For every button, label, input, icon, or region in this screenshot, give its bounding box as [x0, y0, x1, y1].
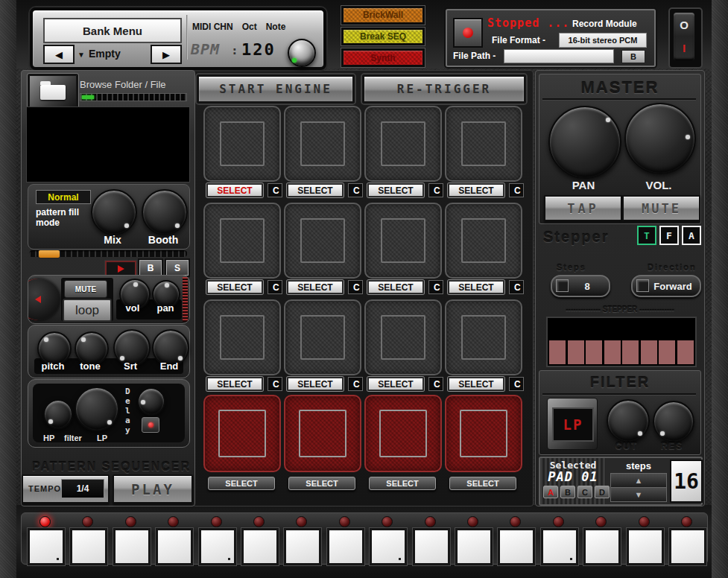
master-pan-knob[interactable] — [548, 106, 621, 179]
jog-wheel[interactable] — [28, 279, 60, 320]
trigger-key-9[interactable] — [370, 528, 407, 565]
trigger-key-7[interactable] — [284, 528, 321, 565]
select-button-r3c2[interactable]: SELECT — [287, 377, 344, 391]
trigger-key-15[interactable] — [627, 528, 664, 565]
tap-button[interactable]: TAP — [544, 195, 622, 221]
clear-button-r2c2[interactable]: C — [348, 280, 363, 294]
drum-pad-r1c1[interactable] — [203, 106, 281, 182]
brickwall-button[interactable]: BrickWall — [341, 6, 425, 25]
drum-pad-r2c4[interactable] — [445, 203, 522, 279]
filter-knob[interactable] — [75, 387, 119, 431]
mix-knob[interactable] — [91, 189, 137, 235]
browse-path-button[interactable]: B — [621, 50, 645, 63]
slider-handle[interactable] — [38, 250, 60, 258]
break-seq-button[interactable]: Break SEQ — [341, 28, 425, 46]
file-list-display[interactable] — [26, 107, 190, 182]
clear-button-r2c4[interactable]: C — [509, 280, 524, 294]
drum-pad-r1c3[interactable] — [364, 106, 442, 182]
loop-b-button[interactable]: B — [139, 260, 162, 276]
select-button-r4c1[interactable]: SELECT — [208, 477, 275, 490]
trigger-key-12[interactable] — [498, 528, 535, 565]
stepper-cell-1[interactable] — [549, 340, 566, 364]
res-knob[interactable] — [653, 401, 694, 442]
trigger-key-8[interactable] — [327, 528, 364, 565]
drum-pad-r4c3[interactable] — [364, 395, 442, 472]
hp-knob[interactable] — [43, 399, 73, 429]
stepper-cell-8[interactable] — [677, 340, 694, 364]
trigger-key-1[interactable] — [28, 528, 65, 565]
crossfade-slider[interactable] — [29, 250, 187, 257]
drum-pad-r2c3[interactable] — [364, 203, 442, 279]
clear-button-r3c3[interactable]: C — [428, 377, 443, 391]
pad-bank-a-button[interactable]: A — [543, 486, 558, 498]
select-button-r1c1[interactable]: SELECT — [206, 183, 263, 197]
select-button-r2c2[interactable]: SELECT — [287, 280, 344, 294]
synth-button[interactable]: Synth — [341, 48, 425, 67]
drum-pad-r4c2[interactable] — [284, 395, 361, 472]
select-button-r4c4[interactable]: SELECT — [449, 477, 516, 490]
trigger-key-11[interactable] — [455, 528, 493, 565]
master-vol-knob[interactable] — [624, 103, 696, 174]
bank-next-button[interactable]: ▶ — [151, 45, 182, 64]
tempo-button[interactable]: TEMPO 1/4 — [22, 474, 110, 504]
stepper-cell-2[interactable] — [568, 340, 584, 364]
trigger-key-10[interactable] — [413, 528, 450, 565]
drum-pad-r3c1[interactable] — [203, 299, 281, 375]
trigger-key-14[interactable] — [583, 528, 621, 565]
trigger-key-3[interactable] — [113, 528, 151, 565]
pad-bank-c-button[interactable]: C — [577, 486, 592, 498]
select-button-r2c3[interactable]: SELECT — [367, 280, 424, 294]
stepper-cell-3[interactable] — [586, 340, 602, 364]
select-button-r1c4[interactable]: SELECT — [448, 183, 504, 197]
master-mute-button[interactable]: MUTE — [622, 195, 700, 221]
trigger-key-16[interactable] — [669, 528, 706, 565]
bank-select-dropdown[interactable]: ▼Empty — [77, 48, 121, 60]
steps-up-button[interactable]: ▲ — [610, 473, 667, 488]
drum-pad-r2c1[interactable] — [203, 203, 281, 279]
cut-knob[interactable] — [607, 399, 650, 442]
trigger-key-2[interactable] — [70, 528, 107, 565]
clear-button-r1c2[interactable]: C — [348, 183, 363, 197]
loop-s-button[interactable]: S — [166, 260, 189, 276]
drum-pad-r4c4[interactable] — [445, 395, 522, 472]
drum-pad-r4c1[interactable] — [203, 395, 281, 472]
steps-down-button[interactable]: ▼ — [610, 487, 667, 502]
drum-pad-r3c2[interactable] — [284, 299, 361, 375]
trigger-key-4[interactable] — [156, 528, 193, 565]
select-button-r3c3[interactable]: SELECT — [367, 377, 424, 391]
clear-button-r1c3[interactable]: C — [428, 183, 443, 197]
select-button-r2c4[interactable]: SELECT — [448, 280, 504, 294]
clear-button-r2c3[interactable]: C — [428, 280, 443, 294]
stepper-cell-5[interactable] — [622, 340, 639, 364]
drum-pad-r1c4[interactable] — [445, 106, 522, 182]
select-button-r1c3[interactable]: SELECT — [367, 183, 424, 197]
clear-button-r2c1[interactable]: C — [268, 280, 282, 294]
stepper-mode-a-button[interactable]: A — [682, 226, 701, 245]
re-trigger-button[interactable]: RE-TRIGGER — [362, 74, 526, 104]
stepper-cell-4[interactable] — [604, 340, 621, 364]
clear-button-r1c4[interactable]: C — [509, 183, 524, 197]
pad-bank-d-button[interactable]: D — [595, 486, 610, 498]
loop-mute-button[interactable]: MUTE — [64, 280, 107, 298]
trigger-key-6[interactable] — [241, 528, 279, 565]
clear-button-r3c1[interactable]: C — [268, 377, 282, 391]
stepper-mode-f-button[interactable]: F — [659, 226, 679, 245]
delay-toggle-button[interactable] — [142, 417, 159, 433]
pad-bank-b-button[interactable]: B — [560, 486, 575, 498]
stepper-cell-7[interactable] — [659, 340, 675, 364]
start-engine-button[interactable]: START ENGINE — [197, 74, 355, 104]
trigger-key-5[interactable] — [199, 528, 236, 565]
midi-knob[interactable] — [288, 39, 316, 67]
select-button-r4c3[interactable]: SELECT — [369, 477, 436, 490]
drum-pad-r2c2[interactable] — [284, 203, 361, 279]
power-switch[interactable]: O I — [674, 13, 694, 60]
drum-pad-r3c4[interactable] — [445, 299, 522, 375]
sequencer-play-button[interactable]: PLAY — [113, 474, 193, 504]
select-button-r3c4[interactable]: SELECT — [448, 377, 504, 391]
bank-menu-button[interactable]: Bank Menu — [43, 18, 182, 43]
filter-mode-button[interactable]: LP — [547, 398, 598, 450]
trigger-key-13[interactable] — [541, 528, 578, 565]
select-button-r3c1[interactable]: SELECT — [206, 377, 263, 391]
stepper-mode-t-button[interactable]: T — [637, 226, 656, 245]
drum-pad-r1c2[interactable] — [284, 106, 361, 182]
